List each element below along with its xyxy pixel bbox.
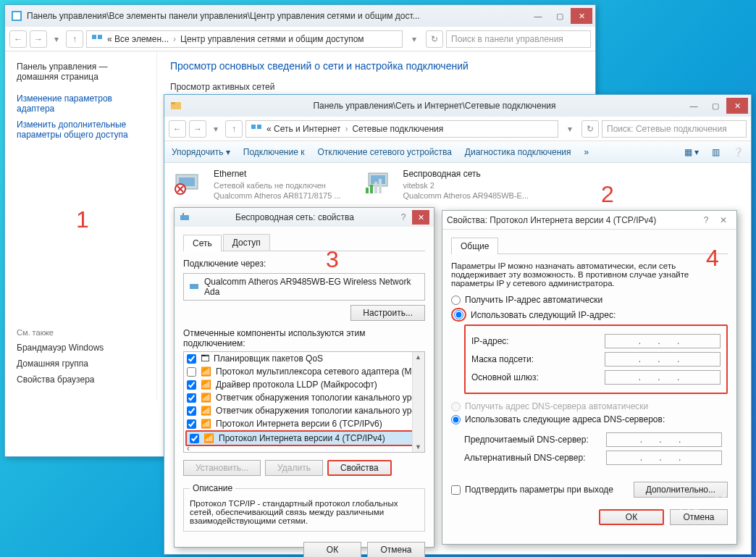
validate-on-exit[interactable]: Подтвердить параметры при выходе	[451, 485, 613, 495]
proto-icon: 📶	[201, 393, 211, 403]
adapter-name: Qualcomm Atheros AR9485WB-EG Wireless Ne…	[204, 277, 420, 297]
ip-address-label: IP-адрес:	[471, 336, 605, 346]
chk[interactable]	[187, 380, 196, 390]
refresh-button[interactable]: ↻	[426, 30, 443, 48]
history-dropdown[interactable]: ▾	[50, 30, 63, 48]
back-button[interactable]: ←	[9, 30, 27, 48]
view-icons-button[interactable]: ▦ ▾	[684, 147, 699, 157]
menu-diagnose[interactable]: Диагностика подключения	[465, 147, 571, 157]
proto-icon: 🗔	[201, 353, 209, 364]
chk[interactable]	[187, 393, 196, 403]
address-bar[interactable]: « Сеть и Интернет › Сетевые подключения	[245, 120, 558, 138]
install-button[interactable]: Установить...	[183, 460, 261, 476]
dialog-titlebar[interactable]: Беспроводная сеть: свойства ? ✕	[175, 208, 434, 227]
tab-general[interactable]: Общие	[451, 238, 498, 254]
close-button[interactable]: ✕	[571, 8, 592, 24]
wifi-icon	[363, 169, 396, 196]
alt-dns-input[interactable]: . . .	[606, 451, 722, 465]
breadcrumb-2[interactable]: Сетевые подключения	[352, 124, 443, 134]
svg-rect-3	[98, 35, 102, 39]
properties-button[interactable]: Свойства	[327, 460, 392, 476]
chk[interactable]	[187, 406, 196, 416]
help-button[interactable]: ?	[395, 210, 412, 225]
connection-wifi[interactable]: Беспроводная сеть vitebsk 2 Qualcomm Ath…	[363, 169, 529, 201]
tab-sharing[interactable]: Доступ	[223, 234, 270, 251]
breadcrumb-2[interactable]: Центр управления сетями и общим доступом	[180, 34, 364, 44]
sidebar-link-adapter-settings[interactable]: Изменение параметров адаптера	[17, 93, 145, 114]
menu-organize[interactable]: Упорядочить ▾	[172, 147, 230, 157]
gateway-input[interactable]: . . .	[605, 370, 721, 385]
chevron-down-icon[interactable]: ▾	[406, 30, 423, 48]
help-button[interactable]: ?	[697, 213, 715, 227]
breadcrumb-1[interactable]: « Все элемен...	[107, 34, 169, 44]
minimize-button[interactable]: —	[527, 8, 549, 24]
chk[interactable]	[187, 419, 196, 429]
maximize-button[interactable]: ▢	[705, 98, 726, 114]
svg-rect-2	[92, 35, 96, 39]
ok-button[interactable]: ОК	[599, 509, 664, 525]
close-button[interactable]: ✕	[412, 210, 429, 225]
proto-icon: 📶	[201, 406, 211, 416]
components-listbox[interactable]: 🗔Планировщик пакетов QoS 📶Протокол мульт…	[183, 351, 425, 453]
preview-pane-button[interactable]: ▥	[712, 147, 720, 157]
up-button[interactable]: ↑	[66, 30, 83, 48]
radio-ip-manual[interactable]	[454, 310, 463, 319]
svg-rect-21	[190, 284, 198, 289]
close-button[interactable]: ✕	[715, 213, 732, 227]
cancel-button[interactable]: Отмена	[367, 542, 425, 557]
chevron-right-icon: ›	[345, 124, 348, 134]
close-button[interactable]: ✕	[726, 98, 748, 114]
remove-button[interactable]: Удалить	[265, 460, 323, 476]
list-item: Протокол Интернета версии 6 (TCP/IPv6)	[216, 419, 382, 429]
sidebar-see-firewall[interactable]: Брандмауэр Windows	[17, 343, 145, 353]
connection-ethernet[interactable]: Ethernet Сетевой кабель не подключен Qua…	[173, 169, 341, 201]
configure-button[interactable]: Настроить...	[350, 305, 425, 321]
menu-overflow[interactable]: »	[584, 147, 589, 157]
page-title: Просмотр основных сведений о сети и наст…	[170, 60, 582, 72]
search-input[interactable]: Поиск: Сетевые подключения	[602, 120, 747, 138]
up-button[interactable]: ↑	[225, 120, 243, 138]
chk[interactable]	[187, 367, 196, 377]
history-dropdown[interactable]: ▾	[209, 120, 222, 138]
ip-address-input[interactable]: . . .	[605, 334, 721, 348]
subnet-mask-input[interactable]: . . .	[605, 352, 721, 367]
menu-connect-to[interactable]: Подключение к	[243, 147, 305, 157]
maximize-button[interactable]: ▢	[549, 8, 571, 24]
forward-button[interactable]: →	[30, 30, 47, 48]
titlebar[interactable]: Панель управления\Все элементы панели уп…	[5, 5, 595, 27]
ok-button[interactable]: ОК	[303, 542, 361, 557]
chk[interactable]	[190, 434, 199, 443]
chk[interactable]	[187, 354, 196, 364]
adapter-icon	[188, 280, 200, 294]
validate-checkbox[interactable]	[451, 485, 461, 495]
tab-network[interactable]: Сеть	[183, 235, 222, 251]
breadcrumb-icon	[91, 32, 103, 46]
radio-ip-auto[interactable]	[451, 296, 461, 305]
sidebar-see-browser[interactable]: Свойства браузера	[17, 374, 145, 385]
dialog-titlebar[interactable]: Свойства: Протокол Интернета версии 4 (T…	[442, 211, 736, 230]
dialog-title: Свойства: Протокол Интернета версии 4 (T…	[447, 215, 697, 225]
breadcrumb-1[interactable]: « Сеть и Интернет	[266, 124, 340, 134]
sidebar-see-homegroup[interactable]: Домашняя группа	[17, 359, 145, 369]
advanced-button[interactable]: Дополнительно...	[634, 482, 728, 498]
proto-icon: 📶	[201, 380, 211, 390]
connection-adapter: Qualcomm Atheros AR9485WB-E...	[403, 190, 529, 201]
preferred-dns-input[interactable]: . . .	[606, 432, 722, 447]
sidebar-link-sharing-settings[interactable]: Изменить дополнительные параметры общего…	[17, 120, 145, 140]
titlebar[interactable]: Панель управления\Сеть и Интернет\Сетевы…	[164, 95, 751, 117]
menu-disable-device[interactable]: Отключение сетевого устройства	[317, 147, 451, 157]
address-bar[interactable]: « Все элемен... › Центр управления сетям…	[86, 30, 403, 48]
radio-dns-manual[interactable]	[451, 415, 461, 424]
proto-icon: 📶	[203, 433, 214, 443]
minimize-button[interactable]: —	[683, 98, 705, 114]
help-button[interactable]: ❔	[733, 147, 744, 157]
search-input[interactable]: Поиск в панели управления	[446, 30, 591, 48]
validate-label: Подтвердить параметры при выходе	[465, 485, 613, 495]
back-button[interactable]: ←	[169, 120, 186, 138]
chevron-down-icon[interactable]: ▾	[561, 120, 579, 138]
sidebar-home[interactable]: Панель управления — домашняя страница	[17, 62, 145, 82]
refresh-button[interactable]: ↻	[581, 120, 599, 138]
cancel-button[interactable]: Отмена	[670, 509, 728, 525]
forward-button[interactable]: →	[189, 120, 206, 138]
scrollbar[interactable]	[412, 352, 424, 452]
